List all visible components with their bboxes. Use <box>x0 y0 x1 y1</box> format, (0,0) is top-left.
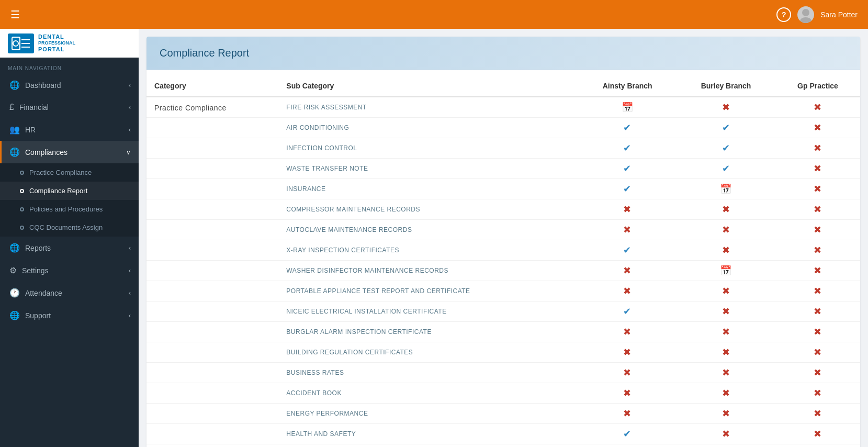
col-subcategory: Sub Category <box>278 75 578 97</box>
cross-icon: ✖ <box>722 408 730 419</box>
check-icon: ✔ <box>623 429 632 439</box>
cell-category <box>146 159 278 179</box>
settings-icon: ⚙ <box>9 265 17 275</box>
cell-gp: ✖ <box>775 444 860 448</box>
cell-ainsty: ✔ <box>578 301 677 322</box>
cross-icon: ✖ <box>814 102 822 113</box>
cell-subcategory: AUTOCLAVE MAINTENANCE RECORDS <box>278 220 578 240</box>
logo-text: DENTAL PROFESSIONAL PORTAL <box>38 33 75 53</box>
cell-ainsty: ✖ <box>578 404 677 424</box>
cell-burley: 📅 <box>677 179 775 199</box>
cross-icon: ✖ <box>814 122 822 133</box>
sidebar-item-settings[interactable]: ⚙ Settings ‹ <box>0 259 139 282</box>
sidebar-item-hr[interactable]: 👥 HR ‹ <box>0 118 139 141</box>
cross-icon: ✖ <box>623 327 632 337</box>
sidebar-item-compliance-report[interactable]: Compliance Report <box>0 182 139 200</box>
check-icon: ✔ <box>623 163 632 174</box>
top-nav-right: ? Sara Potter <box>776 6 858 23</box>
cell-gp: ✖ <box>775 281 860 301</box>
cell-category <box>146 179 278 199</box>
table-row: ENERGY PERFORMANCE ✖ ✖ ✖ <box>146 404 860 424</box>
cell-ainsty: ✖ <box>578 322 677 342</box>
cross-icon: ✖ <box>814 367 822 378</box>
financial-icon: £ <box>9 103 14 112</box>
cell-category: Practice Compliance <box>146 97 278 118</box>
cell-category <box>146 199 278 220</box>
cell-gp: ✖ <box>775 220 860 240</box>
col-ainsty: Ainsty Branch <box>578 75 677 97</box>
cell-ainsty: ✔ <box>578 118 677 138</box>
table-row: HEALTH AND SAFETY ✔ ✖ ✖ <box>146 424 860 444</box>
cross-icon: ✖ <box>814 347 822 357</box>
table-row: Practice Compliance FIRE RISK ASSESSMENT… <box>146 97 860 118</box>
table-header-row: Category Sub Category Ainsty Branch Burl… <box>146 75 860 97</box>
cell-subcategory: ICO DATA PROTECTION REGISTRATION CERTIFI… <box>278 444 578 448</box>
cell-category <box>146 138 278 159</box>
svg-point-0 <box>802 9 809 16</box>
cell-burley: ✖ <box>677 383 775 404</box>
user-avatar <box>797 6 814 23</box>
cross-icon: ✖ <box>722 327 730 337</box>
check-icon: ✔ <box>722 143 730 153</box>
cross-icon: ✖ <box>814 204 822 215</box>
attendance-icon: 🕐 <box>9 288 20 298</box>
chevron-icon: ‹ <box>129 126 131 133</box>
sidebar-item-support-label: Support <box>25 311 51 320</box>
logo-box <box>8 33 34 53</box>
cell-ainsty: ✖ <box>578 444 677 448</box>
help-icon[interactable]: ? <box>776 7 791 22</box>
cell-category <box>146 281 278 301</box>
chevron-icon: ‹ <box>129 289 131 297</box>
report-header: Compliance Report <box>146 37 860 70</box>
cell-category <box>146 444 278 448</box>
sidebar-item-financial[interactable]: £ Financial ‹ <box>0 96 139 118</box>
cross-icon: ✖ <box>623 225 632 235</box>
cross-icon: ✖ <box>623 286 632 296</box>
cell-ainsty: ✖ <box>578 199 677 220</box>
table-row: WASHER DISINFECTOR MAINTENANCE RECORDS ✖… <box>146 261 860 281</box>
dashboard-icon: 🌐 <box>9 80 20 90</box>
hamburger-menu[interactable]: ☰ <box>10 8 20 21</box>
cell-subcategory: ENERGY PERFORMANCE <box>278 404 578 424</box>
sidebar-item-dashboard[interactable]: 🌐 Dashboard ‹ <box>0 74 139 96</box>
circle-icon <box>20 207 24 211</box>
top-navigation: ☰ ? Sara Potter <box>0 0 868 29</box>
cell-burley: ✔ <box>677 159 775 179</box>
cell-ainsty: ✖ <box>578 363 677 383</box>
sidebar-item-support[interactable]: 🌐 Support ‹ <box>0 304 139 327</box>
table-row: BUILDING REGULATION CERTIFICATES ✖ ✖ ✖ <box>146 342 860 363</box>
table-row: ICO DATA PROTECTION REGISTRATION CERTIFI… <box>146 444 860 448</box>
table-row: PORTABLE APPLIANCE TEST REPORT AND CERTI… <box>146 281 860 301</box>
sidebar-item-policies-procedures[interactable]: Policies and Procedures <box>0 200 139 218</box>
table-row: INSURANCE ✔ 📅 ✖ <box>146 179 860 199</box>
sidebar-item-attendance[interactable]: 🕐 Attendance ‹ <box>0 282 139 304</box>
cell-subcategory: ACCIDENT BOOK <box>278 383 578 404</box>
chevron-down-icon: ∨ <box>126 149 131 156</box>
sidebar-item-compliances[interactable]: 🌐 Compliances ∨ <box>0 141 139 163</box>
cell-burley: ✖ <box>677 281 775 301</box>
check-icon: ✔ <box>623 306 632 317</box>
cell-category <box>146 261 278 281</box>
table-row: AIR CONDITIONING ✔ ✔ ✖ <box>146 118 860 138</box>
chevron-icon: ‹ <box>129 312 131 319</box>
nav-section-label: MAIN NAVIGATION <box>0 58 139 74</box>
chevron-icon: ‹ <box>129 82 131 89</box>
sidebar-item-cqc-documents[interactable]: CQC Documents Assign <box>0 218 139 237</box>
cross-icon: ✖ <box>722 225 730 235</box>
sidebar-item-reports[interactable]: 🌐 Reports ‹ <box>0 237 139 259</box>
cell-gp: ✖ <box>775 138 860 159</box>
cell-burley: ✖ <box>677 322 775 342</box>
sidebar-item-practice-compliance[interactable]: Practice Compliance <box>0 163 139 182</box>
cross-icon: ✖ <box>814 429 822 439</box>
col-burley: Burley Branch <box>677 75 775 97</box>
cell-burley: ✖ <box>677 404 775 424</box>
check-icon: ✔ <box>623 245 632 255</box>
cell-gp: ✖ <box>775 404 860 424</box>
svg-point-1 <box>800 17 811 23</box>
cell-subcategory: INSURANCE <box>278 179 578 199</box>
cell-gp: ✖ <box>775 342 860 363</box>
cell-ainsty: ✔ <box>578 240 677 261</box>
reports-icon: 🌐 <box>9 243 20 253</box>
cross-icon: ✖ <box>623 265 632 276</box>
chevron-icon: ‹ <box>129 267 131 274</box>
